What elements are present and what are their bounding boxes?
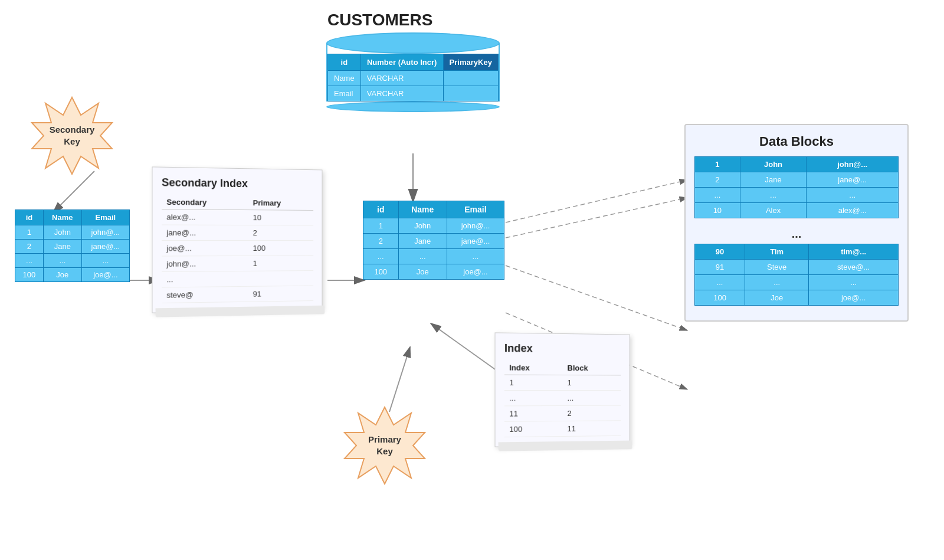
idx-r2c1: ...: [504, 391, 563, 406]
small-r3c2: ...: [43, 254, 81, 268]
si-r4c1: john@...: [162, 256, 248, 271]
si-r3c1: joe@...: [162, 240, 248, 256]
small-r1c1: 1: [15, 225, 44, 240]
table-row: jane@... 2: [162, 225, 313, 240]
small-table-container: id Name Email 1 John john@... 2 Jane jan…: [15, 209, 130, 282]
idx-r4c1: 100: [504, 421, 563, 437]
small-r4c3: joe@...: [81, 268, 129, 282]
small-r2c2: Jane: [43, 240, 81, 254]
primary-key-burst: Primary Key: [337, 404, 432, 489]
svg-marker-13: [345, 407, 425, 484]
db2-r2c2: Steve: [745, 260, 809, 275]
data-blocks-title: Data Blocks: [694, 134, 899, 149]
cust-col-pk: PrimaryKey: [443, 54, 498, 71]
small-r1c3: john@...: [81, 225, 129, 240]
cust-row2-col2: VARCHAR: [360, 86, 443, 101]
customers-title: CUSTOMERS: [327, 11, 432, 30]
cust-row2-col1: Email: [328, 86, 361, 101]
db1-r4c2: Alex: [740, 203, 807, 218]
main-r3c1: ...: [363, 249, 399, 264]
table-row: 91 Steve steve@...: [695, 260, 899, 275]
cust-row1-col3: [443, 71, 498, 86]
main-table-container: id Name Email 1 John john@... 2 Jane jan…: [363, 201, 504, 280]
table-row: ... ... ...: [363, 249, 504, 264]
idx-r1c2: 1: [563, 375, 621, 390]
svg-line-8: [506, 198, 687, 238]
table-row: 90 Tim tim@...: [695, 244, 899, 260]
main-r4c3: joe@...: [447, 264, 504, 280]
si-r5c1: ...: [162, 271, 248, 287]
cust-row1-col1: Name: [328, 71, 361, 86]
main-table: id Name Email 1 John john@... 2 Jane jan…: [363, 201, 504, 280]
si-r2c1: jane@...: [162, 225, 248, 240]
customers-cylinder: id Number (Auto Incr) PrimaryKey Name VA…: [326, 32, 500, 112]
table-row: 1 John john@...: [695, 157, 899, 172]
small-r4c2: Joe: [43, 268, 81, 282]
cust-row1-col2: VARCHAR: [360, 71, 443, 86]
table-row: 11 2: [504, 405, 621, 421]
main-r2c3: jane@...: [447, 234, 504, 249]
main-r1c3: john@...: [447, 218, 504, 234]
db2-r2c1: 91: [695, 260, 745, 275]
blocks-ellipsis: ...: [694, 224, 899, 244]
db2-r4c2: Joe: [745, 290, 809, 306]
table-row: john@... 1: [162, 256, 313, 272]
idx-r4c2: 11: [563, 421, 621, 437]
db2-r2c3: steve@...: [809, 260, 899, 275]
table-row: 10 Alex alex@...: [695, 203, 899, 218]
small-r3c3: ...: [81, 254, 129, 268]
svg-line-6: [389, 347, 410, 412]
main-r4c1: 100: [363, 264, 399, 280]
small-th-id: id: [15, 210, 44, 225]
primary-key-text2: Key: [376, 446, 393, 456]
db2-r1c1: 90: [695, 244, 745, 260]
svg-marker-12: [32, 97, 112, 174]
idx-r1c1: 1: [504, 375, 563, 390]
svg-line-9: [506, 266, 687, 330]
table-row: 2 Jane jane@...: [15, 240, 130, 254]
si-th-secondary: Secondary: [162, 195, 248, 210]
secondary-index-panel: Secondary Index Secondary Primary alex@.…: [152, 166, 322, 313]
si-r1c1: alex@...: [162, 209, 248, 225]
main-r3c2: ...: [398, 249, 447, 264]
table-row: alex@... 10: [162, 209, 313, 225]
table-row: 100 11: [504, 421, 621, 437]
idx-r3c1: 11: [504, 406, 563, 422]
main-r1c1: 1: [363, 218, 399, 234]
primary-key-text1: Primary: [368, 434, 402, 444]
table-row: joe@... 100: [162, 240, 313, 256]
db2-r3c3: ...: [809, 275, 899, 290]
db2-r1c2: Tim: [745, 244, 809, 260]
idx-th-index: Index: [504, 361, 563, 375]
table-row: ... ...: [504, 390, 621, 405]
index-panel: Index Index Block 1 1 ... ... 11: [494, 332, 630, 447]
db2-r4c1: 100: [695, 290, 745, 306]
main-th-name: Name: [398, 201, 447, 218]
table-row: 2 Jane jane@...: [363, 234, 504, 249]
table-row: steve@ 91: [162, 286, 313, 303]
customers-table: id Number (Auto Incr) PrimaryKey Name VA…: [327, 54, 499, 101]
secondary-index-title: Secondary Index: [162, 176, 313, 191]
main-th-email: Email: [447, 201, 504, 218]
main-th-id: id: [363, 201, 399, 218]
index-panel-title: Index: [504, 342, 621, 356]
table-row: 2 Jane jane@...: [695, 172, 899, 188]
secondary-key-text2: Key: [64, 136, 80, 146]
idx-th-block: Block: [563, 361, 621, 375]
main-r2c2: Jane: [398, 234, 447, 249]
db1-r3c1: ...: [695, 188, 740, 203]
db1-r2c1: 2: [695, 172, 740, 188]
table-row: 1 John john@...: [363, 218, 504, 234]
small-r2c1: 2: [15, 240, 44, 254]
cust-col-id: id: [328, 54, 361, 71]
db2-r4c3: joe@...: [809, 290, 899, 306]
db1-r2c2: Jane: [740, 172, 807, 188]
db1-r4c1: 10: [695, 203, 740, 218]
si-r6c1: steve@: [162, 286, 248, 303]
idx-r3c2: 2: [563, 405, 621, 421]
si-r2c2: 2: [248, 225, 313, 241]
db2-r3c2: ...: [745, 275, 809, 290]
idx-r2c2: ...: [563, 390, 621, 405]
si-r1c2: 10: [248, 210, 313, 225]
secondary-key-text1: Secondary: [50, 125, 95, 135]
